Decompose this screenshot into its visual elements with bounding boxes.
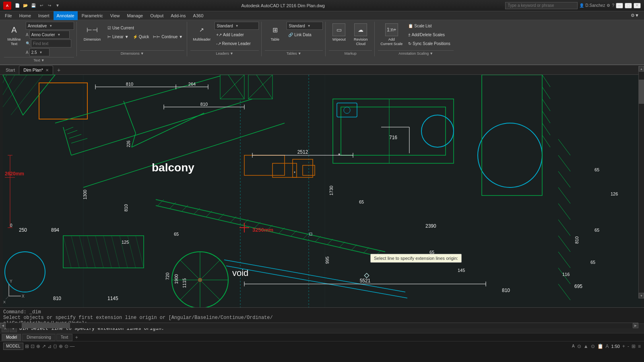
user-icon: 👤 bbox=[579, 3, 584, 8]
zoom-out-button[interactable]: - bbox=[627, 343, 629, 349]
find-text-input[interactable] bbox=[31, 39, 71, 47]
scale-display[interactable]: 1:50 bbox=[611, 344, 620, 349]
quick-button[interactable]: ⚡ Quick bbox=[131, 33, 151, 41]
close-tab-button[interactable]: ✕ bbox=[45, 68, 49, 72]
toolbar-icon2[interactable]: A bbox=[606, 343, 609, 349]
wipeout-button[interactable]: ▭ Wipeout bbox=[329, 22, 349, 43]
settings-icon[interactable]: ⚙ bbox=[607, 3, 610, 8]
add-delete-scales-button[interactable]: ± Add/Delete Scales bbox=[407, 31, 452, 39]
ducs-toggle[interactable]: ⊕ bbox=[59, 343, 63, 349]
dimension-button[interactable]: ⊢⊣ Dimension bbox=[80, 22, 104, 43]
polar-toggle[interactable]: ↗ bbox=[42, 343, 46, 349]
ortho-toggle[interactable]: ⊕ bbox=[36, 343, 40, 349]
osnap-toggle[interactable]: ⊿ bbox=[47, 343, 52, 349]
sync-scale-positions-button[interactable]: ↻ Sync Scale Positions bbox=[407, 39, 452, 47]
text-group-content: A MultilineText Annotative ▼ A Anno Cour… bbox=[4, 22, 74, 57]
start-tab[interactable]: Start bbox=[2, 66, 19, 74]
table-button[interactable]: ⊞ Table bbox=[265, 22, 285, 43]
save-file-button[interactable]: 💾 bbox=[30, 2, 37, 9]
continue-button[interactable]: ⊢⊢ Continue ▼ bbox=[151, 33, 184, 41]
zoom-in-button[interactable]: + bbox=[622, 343, 625, 349]
link-data-button[interactable]: 🔗 Link Data bbox=[287, 31, 323, 39]
remove-leader-button[interactable]: -↗ Remove Leader bbox=[215, 39, 259, 47]
revision-cloud-button[interactable]: ☁ RevisionCloud bbox=[351, 22, 371, 48]
minimize-button[interactable]: ─ bbox=[616, 3, 623, 8]
scroll-up-button[interactable]: ▲ bbox=[639, 66, 644, 72]
add-current-scale-button[interactable]: 1:n+ AddCurrent Scale bbox=[378, 22, 405, 48]
menu-file[interactable]: File bbox=[2, 11, 15, 20]
font-value: Anno Courier bbox=[31, 33, 55, 37]
scroll-down-button[interactable]: ▼ bbox=[639, 293, 644, 298]
workspace-icon[interactable]: ⊙ bbox=[591, 343, 595, 349]
help-icon[interactable]: ? bbox=[612, 3, 614, 8]
linear-button[interactable]: ⊢ Linear ▼ bbox=[106, 33, 130, 41]
dim-plan-tab[interactable]: Dim Plan* ✕ bbox=[19, 66, 53, 74]
vertical-scrollbar[interactable]: ▲ ▼ bbox=[638, 66, 644, 298]
multiline-text-button[interactable]: A MultilineText bbox=[4, 22, 24, 48]
hscroll-right-button[interactable]: ▶ bbox=[633, 323, 638, 328]
model-button[interactable]: MODEL bbox=[3, 343, 23, 350]
open-file-button[interactable]: 📂 bbox=[22, 2, 29, 9]
annotation-scale-icon[interactable]: ▲ bbox=[584, 343, 588, 349]
tables-group-label[interactable]: Tables ▼ bbox=[265, 50, 323, 56]
markup-group-label[interactable]: Markup bbox=[329, 50, 372, 56]
add-layout-button[interactable]: + bbox=[73, 334, 80, 341]
text-size-dropdown[interactable]: 2.5 ▼ bbox=[29, 48, 50, 56]
scroll-track[interactable] bbox=[639, 72, 644, 293]
grid-toggle[interactable]: ⊞ bbox=[25, 343, 29, 349]
leaders-group-label[interactable]: Leaders ▼ bbox=[190, 50, 259, 56]
full-nav-button[interactable]: ⊞ bbox=[632, 343, 636, 349]
menu-addins[interactable]: Add-ins bbox=[167, 11, 189, 20]
table-label: Table bbox=[270, 37, 279, 42]
svg-text:5521: 5521 bbox=[360, 278, 371, 284]
snap-toggle[interactable]: ⊡ bbox=[31, 343, 35, 349]
font-dropdown[interactable]: Anno Courier ▼ bbox=[29, 31, 70, 39]
menu-home[interactable]: Home bbox=[16, 11, 34, 20]
horizontal-scrollbar[interactable]: ◀ ▶ bbox=[0, 323, 638, 328]
search-input[interactable] bbox=[505, 2, 578, 9]
scroll-thumb[interactable] bbox=[639, 80, 644, 104]
menu-view[interactable]: View bbox=[107, 11, 123, 20]
add-leader-button[interactable]: +↗ Add Leader bbox=[215, 31, 259, 39]
scale-list-button[interactable]: 📋 Scale List bbox=[407, 22, 452, 30]
dimensions-group-label[interactable]: Dimensions ▼ bbox=[80, 50, 184, 56]
qa-dropdown-button[interactable]: ▼ bbox=[54, 2, 61, 9]
menu-parametric[interactable]: Parametric bbox=[78, 11, 106, 20]
drawing-canvas-area[interactable]: balcony void bbox=[0, 75, 644, 307]
leader-style-dropdown[interactable]: Standard ▼ bbox=[215, 22, 259, 30]
svg-text:695: 695 bbox=[574, 284, 582, 289]
use-current-button[interactable]: ☑ Use Current bbox=[106, 24, 184, 32]
menu-insert[interactable]: Insert bbox=[35, 11, 53, 20]
menu-manage[interactable]: Manage bbox=[124, 11, 146, 20]
dimensioning-tab[interactable]: Dimensioning bbox=[22, 334, 56, 341]
statusbar-options[interactable]: ≡ bbox=[638, 343, 641, 349]
annotation-visibility[interactable]: ⊙ bbox=[577, 343, 581, 349]
menu-annotate[interactable]: Annotate bbox=[54, 11, 78, 20]
hscroll-left-button[interactable]: ◀ bbox=[0, 323, 6, 328]
model-tab[interactable]: Model bbox=[2, 334, 21, 341]
table-style-dropdown[interactable]: Standard ▼ bbox=[287, 22, 323, 30]
new-file-button[interactable]: 📄 bbox=[14, 2, 21, 9]
toolbar-icon1[interactable]: 📋 bbox=[597, 343, 603, 349]
otrack-toggle[interactable]: ⟨⟩ bbox=[53, 343, 57, 349]
dyn-toggle[interactable]: ⊙ bbox=[64, 343, 68, 349]
lweight-toggle[interactable]: — bbox=[70, 343, 75, 349]
undo-button[interactable]: ↩ bbox=[38, 2, 45, 9]
multileader-button[interactable]: ↗ Multileader bbox=[190, 22, 213, 43]
menu-a360[interactable]: A360 bbox=[190, 11, 207, 20]
svg-text:1145: 1145 bbox=[107, 296, 118, 301]
dropdown-arrow: ▼ bbox=[49, 24, 52, 28]
menu-output[interactable]: Output bbox=[147, 11, 167, 20]
text-size-value: 2.5 bbox=[31, 50, 37, 55]
maximize-button[interactable]: □ bbox=[625, 3, 632, 8]
text-style-dropdown[interactable]: Annotative ▼ bbox=[26, 22, 74, 30]
text-group-label[interactable]: Text ▼ bbox=[4, 57, 74, 63]
new-tab-button[interactable]: + bbox=[55, 66, 63, 74]
menu-options[interactable]: ⚙▼ bbox=[627, 11, 642, 20]
close-button[interactable]: ✕ bbox=[634, 3, 641, 8]
text-tab[interactable]: Text bbox=[56, 334, 72, 341]
redo-button[interactable]: ↪ bbox=[46, 2, 53, 9]
annotation-scaling-group-label[interactable]: Annotation Scaling ▼ bbox=[378, 50, 454, 56]
hscroll-thumb[interactable] bbox=[22, 323, 70, 328]
hscroll-track[interactable] bbox=[6, 323, 633, 328]
